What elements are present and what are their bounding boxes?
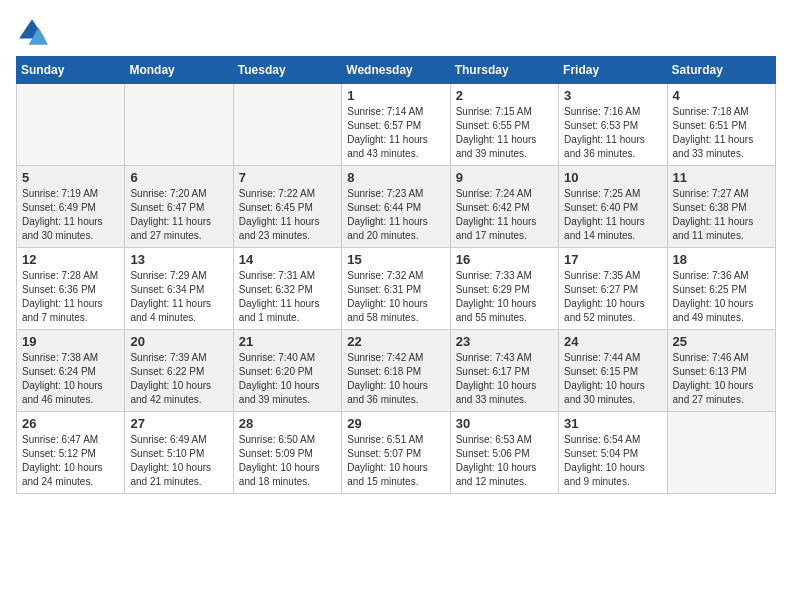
calendar-day-cell: 7Sunrise: 7:22 AM Sunset: 6:45 PM Daylig… [233, 166, 341, 248]
calendar-day-cell: 6Sunrise: 7:20 AM Sunset: 6:47 PM Daylig… [125, 166, 233, 248]
calendar-day-cell: 19Sunrise: 7:38 AM Sunset: 6:24 PM Dayli… [17, 330, 125, 412]
calendar-day-cell: 22Sunrise: 7:42 AM Sunset: 6:18 PM Dayli… [342, 330, 450, 412]
day-number: 19 [22, 334, 119, 349]
day-number: 11 [673, 170, 770, 185]
day-info: Sunrise: 6:53 AM Sunset: 5:06 PM Dayligh… [456, 433, 553, 489]
calendar-header-row: SundayMondayTuesdayWednesdayThursdayFrid… [17, 57, 776, 84]
calendar-week-row: 19Sunrise: 7:38 AM Sunset: 6:24 PM Dayli… [17, 330, 776, 412]
day-info: Sunrise: 7:39 AM Sunset: 6:22 PM Dayligh… [130, 351, 227, 407]
calendar-day-cell: 23Sunrise: 7:43 AM Sunset: 6:17 PM Dayli… [450, 330, 558, 412]
day-info: Sunrise: 7:33 AM Sunset: 6:29 PM Dayligh… [456, 269, 553, 325]
calendar-day-cell: 28Sunrise: 6:50 AM Sunset: 5:09 PM Dayli… [233, 412, 341, 494]
day-info: Sunrise: 7:15 AM Sunset: 6:55 PM Dayligh… [456, 105, 553, 161]
day-info: Sunrise: 7:35 AM Sunset: 6:27 PM Dayligh… [564, 269, 661, 325]
calendar-day-cell: 4Sunrise: 7:18 AM Sunset: 6:51 PM Daylig… [667, 84, 775, 166]
day-number: 14 [239, 252, 336, 267]
day-number: 24 [564, 334, 661, 349]
day-info: Sunrise: 6:49 AM Sunset: 5:10 PM Dayligh… [130, 433, 227, 489]
calendar-week-row: 26Sunrise: 6:47 AM Sunset: 5:12 PM Dayli… [17, 412, 776, 494]
calendar-day-cell: 18Sunrise: 7:36 AM Sunset: 6:25 PM Dayli… [667, 248, 775, 330]
calendar-day-cell: 30Sunrise: 6:53 AM Sunset: 5:06 PM Dayli… [450, 412, 558, 494]
day-number: 22 [347, 334, 444, 349]
day-info: Sunrise: 6:51 AM Sunset: 5:07 PM Dayligh… [347, 433, 444, 489]
day-number: 31 [564, 416, 661, 431]
calendar-day-cell: 15Sunrise: 7:32 AM Sunset: 6:31 PM Dayli… [342, 248, 450, 330]
calendar-day-cell: 29Sunrise: 6:51 AM Sunset: 5:07 PM Dayli… [342, 412, 450, 494]
weekday-header: Saturday [667, 57, 775, 84]
weekday-header: Tuesday [233, 57, 341, 84]
calendar-day-cell: 26Sunrise: 6:47 AM Sunset: 5:12 PM Dayli… [17, 412, 125, 494]
day-number: 21 [239, 334, 336, 349]
page-header [16, 16, 776, 48]
day-info: Sunrise: 7:29 AM Sunset: 6:34 PM Dayligh… [130, 269, 227, 325]
day-info: Sunrise: 7:24 AM Sunset: 6:42 PM Dayligh… [456, 187, 553, 243]
calendar-day-cell: 14Sunrise: 7:31 AM Sunset: 6:32 PM Dayli… [233, 248, 341, 330]
day-info: Sunrise: 7:20 AM Sunset: 6:47 PM Dayligh… [130, 187, 227, 243]
day-number: 25 [673, 334, 770, 349]
calendar-day-cell: 24Sunrise: 7:44 AM Sunset: 6:15 PM Dayli… [559, 330, 667, 412]
day-number: 3 [564, 88, 661, 103]
calendar-day-cell: 10Sunrise: 7:25 AM Sunset: 6:40 PM Dayli… [559, 166, 667, 248]
day-info: Sunrise: 7:36 AM Sunset: 6:25 PM Dayligh… [673, 269, 770, 325]
day-number: 13 [130, 252, 227, 267]
day-number: 4 [673, 88, 770, 103]
day-number: 20 [130, 334, 227, 349]
day-info: Sunrise: 7:32 AM Sunset: 6:31 PM Dayligh… [347, 269, 444, 325]
calendar-day-cell: 25Sunrise: 7:46 AM Sunset: 6:13 PM Dayli… [667, 330, 775, 412]
weekday-header: Sunday [17, 57, 125, 84]
day-info: Sunrise: 7:14 AM Sunset: 6:57 PM Dayligh… [347, 105, 444, 161]
day-info: Sunrise: 7:23 AM Sunset: 6:44 PM Dayligh… [347, 187, 444, 243]
day-number: 29 [347, 416, 444, 431]
logo-icon [16, 16, 48, 48]
calendar-day-cell: 20Sunrise: 7:39 AM Sunset: 6:22 PM Dayli… [125, 330, 233, 412]
weekday-header: Wednesday [342, 57, 450, 84]
day-number: 16 [456, 252, 553, 267]
calendar-day-cell: 11Sunrise: 7:27 AM Sunset: 6:38 PM Dayli… [667, 166, 775, 248]
day-info: Sunrise: 7:27 AM Sunset: 6:38 PM Dayligh… [673, 187, 770, 243]
day-info: Sunrise: 7:46 AM Sunset: 6:13 PM Dayligh… [673, 351, 770, 407]
calendar-day-cell: 17Sunrise: 7:35 AM Sunset: 6:27 PM Dayli… [559, 248, 667, 330]
calendar-day-cell: 31Sunrise: 6:54 AM Sunset: 5:04 PM Dayli… [559, 412, 667, 494]
day-info: Sunrise: 6:54 AM Sunset: 5:04 PM Dayligh… [564, 433, 661, 489]
calendar-day-cell: 12Sunrise: 7:28 AM Sunset: 6:36 PM Dayli… [17, 248, 125, 330]
calendar-day-cell: 9Sunrise: 7:24 AM Sunset: 6:42 PM Daylig… [450, 166, 558, 248]
day-info: Sunrise: 7:44 AM Sunset: 6:15 PM Dayligh… [564, 351, 661, 407]
day-number: 9 [456, 170, 553, 185]
calendar-day-cell: 21Sunrise: 7:40 AM Sunset: 6:20 PM Dayli… [233, 330, 341, 412]
day-info: Sunrise: 7:38 AM Sunset: 6:24 PM Dayligh… [22, 351, 119, 407]
logo [16, 16, 52, 48]
day-number: 23 [456, 334, 553, 349]
day-number: 15 [347, 252, 444, 267]
day-number: 5 [22, 170, 119, 185]
day-info: Sunrise: 7:19 AM Sunset: 6:49 PM Dayligh… [22, 187, 119, 243]
weekday-header: Monday [125, 57, 233, 84]
day-info: Sunrise: 7:42 AM Sunset: 6:18 PM Dayligh… [347, 351, 444, 407]
day-info: Sunrise: 7:22 AM Sunset: 6:45 PM Dayligh… [239, 187, 336, 243]
day-info: Sunrise: 7:40 AM Sunset: 6:20 PM Dayligh… [239, 351, 336, 407]
day-info: Sunrise: 7:18 AM Sunset: 6:51 PM Dayligh… [673, 105, 770, 161]
day-info: Sunrise: 7:31 AM Sunset: 6:32 PM Dayligh… [239, 269, 336, 325]
calendar-day-cell: 1Sunrise: 7:14 AM Sunset: 6:57 PM Daylig… [342, 84, 450, 166]
calendar-week-row: 12Sunrise: 7:28 AM Sunset: 6:36 PM Dayli… [17, 248, 776, 330]
calendar-day-cell: 13Sunrise: 7:29 AM Sunset: 6:34 PM Dayli… [125, 248, 233, 330]
day-info: Sunrise: 6:50 AM Sunset: 5:09 PM Dayligh… [239, 433, 336, 489]
calendar-day-cell [17, 84, 125, 166]
day-number: 26 [22, 416, 119, 431]
calendar-day-cell: 5Sunrise: 7:19 AM Sunset: 6:49 PM Daylig… [17, 166, 125, 248]
day-info: Sunrise: 7:16 AM Sunset: 6:53 PM Dayligh… [564, 105, 661, 161]
calendar-day-cell: 27Sunrise: 6:49 AM Sunset: 5:10 PM Dayli… [125, 412, 233, 494]
calendar-day-cell: 3Sunrise: 7:16 AM Sunset: 6:53 PM Daylig… [559, 84, 667, 166]
day-number: 1 [347, 88, 444, 103]
day-number: 6 [130, 170, 227, 185]
weekday-header: Friday [559, 57, 667, 84]
day-number: 17 [564, 252, 661, 267]
day-info: Sunrise: 7:25 AM Sunset: 6:40 PM Dayligh… [564, 187, 661, 243]
calendar-week-row: 5Sunrise: 7:19 AM Sunset: 6:49 PM Daylig… [17, 166, 776, 248]
day-info: Sunrise: 7:43 AM Sunset: 6:17 PM Dayligh… [456, 351, 553, 407]
day-number: 8 [347, 170, 444, 185]
calendar-day-cell: 8Sunrise: 7:23 AM Sunset: 6:44 PM Daylig… [342, 166, 450, 248]
calendar-table: SundayMondayTuesdayWednesdayThursdayFrid… [16, 56, 776, 494]
day-info: Sunrise: 6:47 AM Sunset: 5:12 PM Dayligh… [22, 433, 119, 489]
day-number: 12 [22, 252, 119, 267]
day-number: 10 [564, 170, 661, 185]
